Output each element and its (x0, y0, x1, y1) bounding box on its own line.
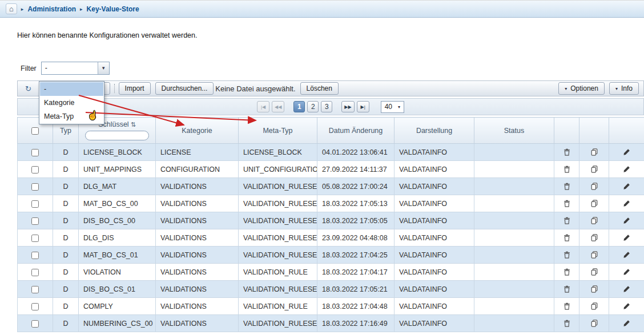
pencil-icon (623, 303, 630, 312)
page-size-select[interactable]: 40 ▾ (381, 101, 404, 113)
row-checkbox[interactable] (31, 149, 39, 156)
row-checkbox[interactable] (31, 320, 39, 328)
page-button-3[interactable]: 3 (321, 101, 332, 112)
edit-pencil-icon[interactable] (621, 301, 633, 311)
delete-row-button[interactable] (561, 199, 573, 208)
edit-action-cell (609, 161, 644, 178)
copy-row-button[interactable] (589, 250, 600, 260)
copy-row-button[interactable] (589, 216, 600, 225)
edit-action-cell (609, 229, 644, 247)
filter-combobox-dropdown-button[interactable]: ▼ (98, 62, 109, 74)
edit-action-cell (609, 315, 644, 332)
delete-action-cell (554, 264, 579, 281)
copy-row-button[interactable] (589, 284, 600, 294)
cell-darstellung: VALDATAINFO (395, 161, 474, 178)
last-page-button[interactable]: ▶| (357, 101, 369, 112)
dropdown-option-dash[interactable]: - (40, 82, 103, 96)
delete-row-button[interactable] (561, 284, 573, 294)
dropdown-option-meta-typ[interactable]: Meta-Typ (40, 110, 103, 123)
table-row: D DLG_DIS VALIDATIONS VALIDATION_RULESET… (18, 229, 644, 247)
edit-pencil-icon[interactable] (621, 147, 633, 157)
prev-page-button[interactable]: ◀◀ (272, 101, 284, 112)
copy-action-cell (579, 161, 609, 178)
copy-action-cell (579, 144, 609, 161)
delete-button[interactable]: Löschen (300, 82, 339, 95)
row-select-cell (18, 212, 53, 229)
delete-row-button[interactable] (561, 147, 573, 157)
delete-row-button[interactable] (561, 164, 573, 174)
row-checkbox[interactable] (31, 286, 39, 293)
filter-combobox-value[interactable]: - (42, 62, 98, 74)
delete-row-button[interactable] (561, 318, 573, 328)
copy-row-button[interactable] (589, 147, 600, 157)
row-checkbox[interactable] (31, 166, 39, 173)
copy-icon (591, 303, 598, 312)
row-checkbox[interactable] (31, 269, 39, 276)
cell-typ: D (53, 178, 79, 195)
copy-action-cell (579, 178, 609, 195)
copy-row-button[interactable] (589, 267, 600, 277)
trash-icon (564, 217, 570, 226)
header-delete-column (554, 118, 579, 144)
copy-row-button[interactable] (589, 181, 600, 191)
delete-row-button[interactable] (561, 301, 573, 311)
delete-row-button[interactable] (561, 267, 573, 277)
edit-pencil-icon[interactable] (621, 318, 633, 328)
edit-pencil-icon[interactable] (621, 233, 633, 243)
page-button-1[interactable]: 1 (293, 101, 305, 112)
copy-row-button[interactable] (589, 301, 600, 311)
home-button[interactable]: ⌂ (6, 3, 17, 14)
copy-action-cell (579, 212, 609, 229)
cell-darstellung: VALDATAINFO (395, 247, 474, 264)
edit-pencil-icon[interactable] (621, 250, 633, 260)
breadcrumb-link-key-value-store[interactable]: Key-Value-Store (87, 5, 139, 13)
copy-row-button[interactable] (589, 318, 600, 328)
edit-pencil-icon[interactable] (621, 181, 633, 191)
row-checkbox[interactable] (31, 303, 39, 310)
browse-file-button[interactable]: Durchsuchen... (155, 82, 214, 95)
delete-action-cell (554, 247, 579, 264)
cell-darstellung: VALDATAINFO (395, 195, 474, 212)
delete-action-cell (554, 178, 579, 195)
import-button[interactable]: Import (119, 82, 151, 95)
cell-typ: D (53, 229, 79, 247)
copy-row-button[interactable] (589, 233, 600, 243)
edit-pencil-icon[interactable] (621, 284, 633, 294)
delete-row-button[interactable] (561, 216, 573, 225)
chevron-down-icon: ▾ (565, 86, 567, 91)
row-checkbox[interactable] (31, 235, 39, 242)
edit-pencil-icon[interactable] (621, 199, 633, 208)
row-checkbox[interactable] (31, 252, 39, 259)
cell-schluessel: VIOLATION (79, 264, 156, 281)
info-menu-button[interactable]: ▾ Info (609, 82, 639, 95)
page-button-2[interactable]: 2 (307, 101, 319, 112)
next-page-button[interactable]: ▶▶ (341, 101, 354, 112)
delete-row-button[interactable] (561, 250, 573, 260)
copy-icon (591, 235, 598, 243)
delete-action-cell (554, 161, 579, 178)
edit-pencil-icon[interactable] (621, 164, 633, 174)
copy-row-button[interactable] (589, 164, 600, 174)
delete-row-button[interactable] (561, 181, 573, 191)
row-checkbox[interactable] (31, 200, 39, 208)
dropdown-option-kategorie[interactable]: Kategorie (40, 96, 103, 110)
first-page-button[interactable]: |◀ (257, 101, 269, 112)
copy-action-cell (579, 229, 609, 247)
cell-typ: D (53, 298, 79, 315)
cell-datum-aenderung: 04.01.2022 13:06:41 (317, 144, 395, 161)
filter-dropdown-panel: - Kategorie Meta-Typ (39, 81, 104, 124)
select-all-checkbox[interactable] (31, 127, 39, 135)
edit-pencil-icon[interactable] (621, 267, 633, 277)
copy-row-button[interactable] (589, 199, 600, 208)
breadcrumb-link-administration[interactable]: Administration (27, 5, 76, 13)
schluessel-filter-input[interactable] (85, 131, 149, 140)
refresh-button[interactable]: ↻ (22, 83, 34, 94)
row-checkbox[interactable] (31, 183, 39, 191)
cell-schluessel: MAT_BO_CS_01 (79, 247, 156, 264)
options-menu-button[interactable]: ▾ Optionen (558, 82, 605, 95)
delete-row-button[interactable] (561, 233, 573, 243)
filter-combobox[interactable]: - ▼ (41, 62, 110, 75)
row-checkbox[interactable] (31, 217, 39, 225)
cell-status (474, 247, 554, 264)
edit-pencil-icon[interactable] (621, 216, 633, 225)
